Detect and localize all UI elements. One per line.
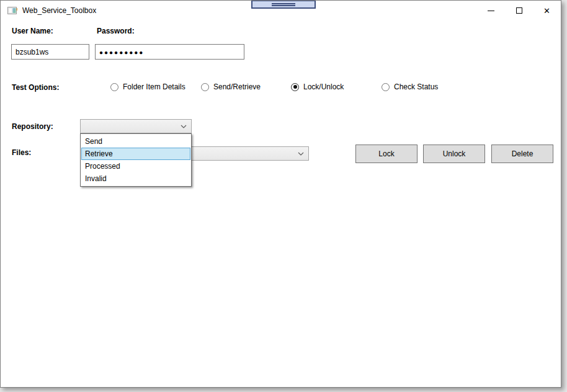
dropdown-item-retrieve[interactable]: Retrieve (81, 148, 190, 160)
repository-dropdown-popup: Send Retrieve Processed Invalid (80, 133, 192, 187)
radio-lock-unlock[interactable]: Lock/Unlock (291, 82, 344, 91)
radio-label: Send/Retrieve (213, 82, 261, 91)
files-label: Files: (12, 148, 31, 157)
radio-folder-item-details[interactable]: Folder Item Details (110, 82, 185, 91)
maximize-button[interactable] (505, 1, 533, 20)
maximize-icon (516, 7, 522, 14)
drag-handle-icon[interactable] (251, 1, 316, 9)
username-field[interactable] (11, 44, 89, 60)
radio-label: Check Status (394, 82, 438, 91)
radio-circle-icon (291, 83, 299, 91)
app-window: Web_Service_Toolbox ✕ User Name: Passwor… (0, 0, 561, 388)
minimize-button[interactable] (477, 1, 505, 20)
application-icon (7, 6, 17, 16)
password-label: Password: (97, 27, 135, 35)
radio-label: Lock/Unlock (303, 82, 344, 91)
delete-button[interactable]: Delete (491, 145, 553, 163)
close-button[interactable]: ✕ (533, 1, 561, 20)
username-label: User Name: (12, 27, 53, 35)
chevron-down-icon (298, 152, 304, 156)
dropdown-item-invalid[interactable]: Invalid (81, 172, 190, 185)
radio-circle-icon (201, 83, 209, 91)
dropdown-item-send[interactable]: Send (81, 135, 190, 148)
radio-check-status[interactable]: Check Status (382, 82, 438, 91)
close-icon: ✕ (543, 7, 550, 15)
lock-button[interactable]: Lock (355, 145, 417, 163)
drag-handle-line (272, 5, 295, 6)
chevron-down-icon (181, 125, 187, 128)
unlock-button[interactable]: Unlock (423, 145, 485, 163)
drag-handle-line (272, 3, 295, 4)
radio-label: Folder Item Details (123, 82, 185, 91)
window-title: Web_Service_Toolbox (22, 6, 96, 15)
minimize-icon (488, 11, 494, 11)
radio-circle-icon (382, 83, 390, 91)
password-field[interactable] (95, 44, 244, 60)
radio-send-retrieve[interactable]: Send/Retrieve (201, 82, 261, 91)
repository-label: Repository: (12, 122, 53, 131)
repository-combobox[interactable] (80, 119, 192, 133)
window-controls: ✕ (477, 1, 561, 20)
radio-circle-icon (110, 83, 118, 91)
dropdown-item-processed[interactable]: Processed (81, 160, 190, 172)
test-options-label: Test Options: (12, 83, 59, 92)
